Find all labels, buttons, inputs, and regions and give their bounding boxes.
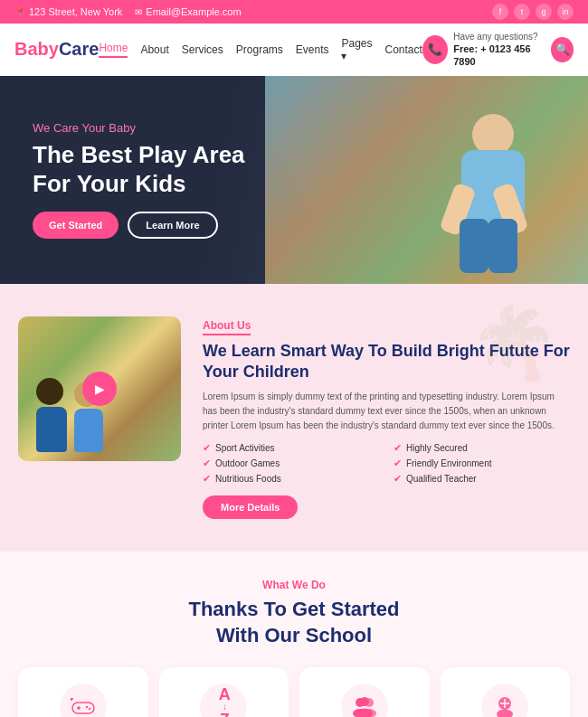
about-section: 🌴 ▶ About Us We Learn Smart Way To Build… — [0, 284, 588, 552]
card-icon-3 — [341, 684, 388, 717]
logo-care: Care — [59, 39, 99, 59]
svg-point-5 — [71, 698, 73, 701]
navbar: BabyCare Home About Services Programs Ev… — [0, 24, 588, 76]
svg-rect-0 — [72, 703, 94, 713]
top-bar-contact: 📍 123 Street, New York ✉ Email@Example.c… — [14, 6, 242, 17]
logo-baby: Baby — [14, 39, 59, 59]
nav-pages[interactable]: Pages ▾ — [341, 37, 372, 62]
about-title: We Learn Smart Way To Build Bright Futut… — [203, 341, 570, 383]
hero-section: We Care Your Baby The Best Play Area For… — [0, 76, 588, 284]
about-desc: Lorem Ipsum is simply dummy text of the … — [203, 390, 570, 433]
address-item: 📍 123 Street, New York — [14, 6, 122, 17]
location-icon: 📍 — [14, 7, 25, 17]
get-started-button[interactable]: Get Started — [33, 212, 119, 239]
svg-point-13 — [497, 709, 513, 717]
facebook-icon[interactable]: f — [492, 4, 508, 20]
card-icon-4 — [481, 684, 528, 717]
site-logo: BabyCare — [14, 39, 99, 60]
hero-content: We Care Your Baby The Best Play Area For… — [33, 121, 245, 239]
feature-nutrition: ✔ Nutritious Foods — [203, 473, 379, 485]
social-links: f t g in — [492, 4, 574, 20]
svg-point-10 — [360, 697, 369, 706]
twitter-icon[interactable]: t — [514, 4, 530, 20]
nav-links: Home About Services Programs Events Page… — [99, 37, 422, 62]
card-expert-teacher: Expert Teacher Lorem ipsum dolor sit ame… — [299, 667, 430, 717]
googleplus-icon[interactable]: g — [536, 4, 552, 20]
phone-info: Have any questions? Free: + 0123 456 789… — [453, 31, 544, 69]
card-mental-health: Mental Health Lorem ipsum dolor sit amet… — [441, 667, 571, 717]
check-icon-5: ✔ — [203, 473, 211, 485]
card-icon-1 — [60, 684, 107, 717]
about-image-wrap: ▶ — [18, 316, 181, 461]
top-bar: 📍 123 Street, New York ✉ Email@Example.c… — [0, 0, 588, 24]
linkedin-icon[interactable]: in — [557, 4, 574, 20]
what-label: What We Do — [18, 579, 570, 591]
cards-grid: Study & Game Lorem ipsum dolor sit amet,… — [18, 667, 570, 717]
feature-secured: ✔ Highly Secured — [394, 442, 570, 454]
nav-contact[interactable]: Contact — [385, 43, 422, 56]
nav-programs[interactable]: Programs — [236, 43, 283, 56]
features-grid: ✔ Sport Activities ✔ Highly Secured ✔ Ou… — [203, 442, 570, 485]
hero-title: The Best Play Area For Your Kids — [33, 140, 245, 199]
hero-eyebrow: We Care Your Baby — [33, 121, 245, 135]
email-item: ✉ Email@Example.com — [135, 6, 241, 17]
svg-point-4 — [89, 707, 90, 709]
nav-services[interactable]: Services — [182, 43, 223, 56]
what-title: Thanks To Get Started With Our School — [18, 597, 570, 648]
child-silhouette — [434, 103, 552, 284]
phone-icon: 📞 — [422, 35, 448, 64]
check-icon-3: ✔ — [203, 458, 211, 469]
check-icon-2: ✔ — [394, 442, 402, 454]
feature-outdoor: ✔ Outdoor Games — [203, 458, 379, 469]
search-button[interactable]: 🔍 — [551, 37, 574, 62]
card-study-game: Study & Game Lorem ipsum dolor sit amet,… — [18, 667, 148, 717]
phone-box: 📞 Have any questions? Free: + 0123 456 7… — [422, 31, 544, 69]
play-button[interactable]: ▶ — [82, 372, 117, 406]
feature-teacher: ✔ Qualified Teacher — [394, 473, 570, 485]
nav-home[interactable]: Home — [99, 42, 128, 58]
feature-sport: ✔ Sport Activities — [203, 442, 379, 454]
feature-environment: ✔ Friendly Environment — [394, 458, 570, 469]
svg-point-3 — [86, 705, 88, 707]
card-az-programs: A ↓ Z A to Z Programs Lorem ipsum dolor … — [159, 667, 289, 717]
nav-right: 📞 Have any questions? Free: + 0123 456 7… — [422, 31, 574, 69]
check-icon-4: ✔ — [394, 458, 402, 469]
nav-about[interactable]: About — [140, 43, 168, 56]
learn-more-button[interactable]: Learn More — [128, 212, 217, 239]
check-icon-1: ✔ — [203, 442, 211, 454]
about-content: About Us We Learn Smart Way To Build Bri… — [203, 316, 570, 520]
what-we-do-section: What We Do Thanks To Get Started With Ou… — [0, 552, 588, 717]
email-icon: ✉ — [135, 7, 142, 17]
hero-image — [265, 76, 589, 284]
more-details-button[interactable]: More Details — [203, 495, 298, 519]
card-icon-2: A ↓ Z — [200, 684, 247, 717]
nav-events[interactable]: Events — [296, 43, 329, 56]
hero-buttons: Get Started Learn More — [33, 212, 245, 239]
check-icon-6: ✔ — [394, 473, 402, 485]
about-label: About Us — [203, 319, 251, 335]
